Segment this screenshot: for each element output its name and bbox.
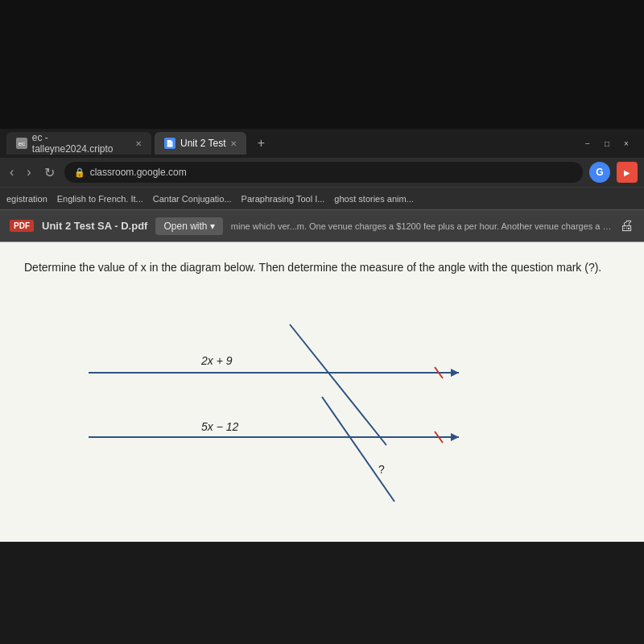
forward-button[interactable]: ›: [23, 163, 34, 181]
maximize-button[interactable]: □: [599, 135, 615, 151]
tab-inactive[interactable]: ec ec - talleyne2024.cripto ✕: [6, 132, 151, 155]
lock-icon: 🔒: [74, 167, 85, 178]
close-button[interactable]: ×: [618, 135, 634, 151]
google-account-button[interactable]: G: [589, 162, 610, 183]
top-black-area: [0, 0, 644, 129]
svg-line-3: [290, 324, 386, 445]
svg-text:5x − 12: 5x − 12: [201, 420, 239, 433]
open-with-label: Open with ▾: [163, 221, 214, 232]
pdf-text-partial: mine which ver...m. One venue charges a …: [231, 221, 612, 231]
pdf-title: Unit 2 Test SA - D.pdf: [42, 220, 147, 232]
svg-marker-1: [451, 369, 459, 377]
question-text: Determine the value of x in the diagram …: [24, 258, 620, 276]
bookmark-paraphrasing[interactable]: Paraphrasing Tool I...: [242, 194, 325, 204]
bookmark-ghost-stories[interactable]: ghost stories anim...: [334, 194, 413, 204]
print-button[interactable]: 🖨: [620, 217, 634, 234]
minimize-button[interactable]: −: [580, 135, 596, 151]
reload-button[interactable]: ↻: [41, 163, 58, 182]
tab-favicon-1: ec: [16, 138, 27, 149]
back-button[interactable]: ‹: [6, 163, 17, 181]
svg-text:?: ?: [378, 463, 385, 476]
pdf-badge: PDF: [10, 220, 34, 232]
browser-chrome: ec ec - talleyne2024.cripto ✕ 📄 Unit 2 T…: [0, 129, 644, 242]
pdf-toolbar: PDF Unit 2 Test SA - D.pdf Open with ▾ m…: [0, 209, 644, 242]
url-text: classroom.google.com: [90, 167, 187, 178]
svg-line-9: [322, 397, 394, 502]
bookmark-registration[interactable]: egistration: [6, 194, 47, 204]
bookmark-cantar[interactable]: Cantar Conjugatio...: [153, 194, 232, 204]
bookmarks-bar: egistration English to French. It... Can…: [0, 187, 644, 209]
svg-marker-6: [451, 433, 459, 441]
tab-close-1[interactable]: ✕: [135, 139, 142, 148]
diagram-area: 2x + 9 5x − 12 ?: [24, 300, 620, 526]
bookmark-english-french[interactable]: English to French. It...: [57, 194, 143, 204]
svg-text:2x + 9: 2x + 9: [200, 354, 233, 367]
address-bar[interactable]: 🔒 classroom.google.com: [64, 162, 583, 183]
tab-favicon-2: 📄: [164, 138, 175, 149]
tab-add-button[interactable]: +: [250, 132, 272, 155]
tab-close-2[interactable]: ✕: [230, 139, 237, 148]
tab-bar: ec ec - talleyne2024.cripto ✕ 📄 Unit 2 T…: [0, 129, 644, 158]
extension-button[interactable]: ▶: [617, 162, 638, 183]
diagram-svg: 2x + 9 5x − 12 ?: [24, 300, 620, 526]
open-with-button[interactable]: Open with ▾: [155, 217, 222, 235]
window-controls: − □ ×: [580, 135, 638, 151]
tab-active[interactable]: 📄 Unit 2 Test ✕: [155, 132, 246, 155]
content-area: Determine the value of x in the diagram …: [0, 242, 644, 542]
address-bar-row: ‹ › ↻ 🔒 classroom.google.com G ▶: [0, 158, 644, 187]
tab-label-2: Unit 2 Test: [180, 138, 225, 149]
tab-label-1: ec - talleyne2024.cripto: [32, 132, 130, 155]
